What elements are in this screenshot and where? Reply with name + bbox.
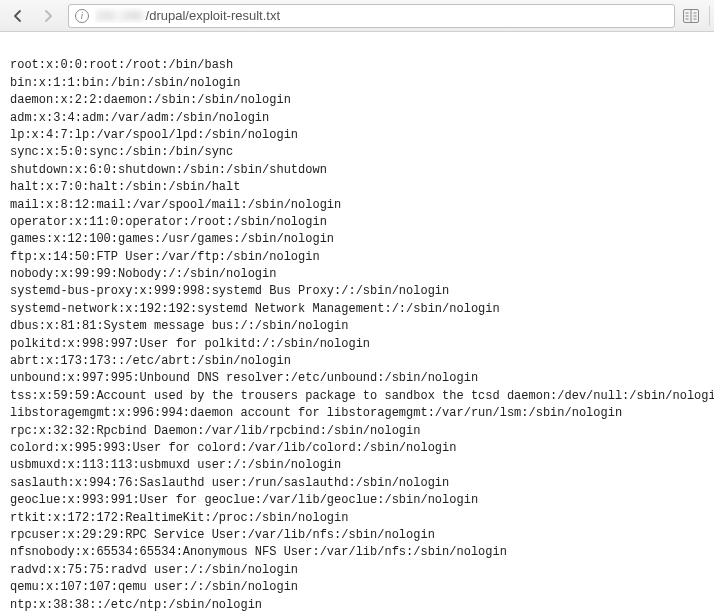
browser-toolbar: i 192.168./drupal/exploit-result.txt xyxy=(0,0,714,32)
passwd-line: radvd:x:75:75:radvd user:/:/sbin/nologin xyxy=(10,562,704,579)
passwd-line: rpcuser:x:29:29:RPC Service User:/var/li… xyxy=(10,527,704,544)
passwd-line: halt:x:7:0:halt:/sbin:/sbin/halt xyxy=(10,179,704,196)
passwd-line: lp:x:4:7:lp:/var/spool/lpd:/sbin/nologin xyxy=(10,127,704,144)
passwd-line: colord:x:995:993:User for colord:/var/li… xyxy=(10,440,704,457)
passwd-line: saslauth:x:994:76:Saslauthd user:/run/sa… xyxy=(10,475,704,492)
passwd-line: libstoragemgmt:x:996:994:daemon account … xyxy=(10,405,704,422)
passwd-line: games:x:12:100:games:/usr/games:/sbin/no… xyxy=(10,231,704,248)
passwd-line: ntp:x:38:38::/etc/ntp:/sbin/nologin xyxy=(10,597,704,614)
passwd-line: rtkit:x:172:172:RealtimeKit:/proc:/sbin/… xyxy=(10,510,704,527)
svg-rect-1 xyxy=(691,9,692,22)
site-info-icon[interactable]: i xyxy=(75,9,89,23)
arrow-right-icon xyxy=(41,9,55,23)
passwd-line: mail:x:8:12:mail:/var/spool/mail:/sbin/n… xyxy=(10,197,704,214)
passwd-line: root:x:0:0:root:/root:/bin/bash xyxy=(10,57,704,74)
passwd-line: shutdown:x:6:0:shutdown:/sbin:/sbin/shut… xyxy=(10,162,704,179)
passwd-line: nfsnobody:x:65534:65534:Anonymous NFS Us… xyxy=(10,544,704,561)
forward-button[interactable] xyxy=(34,4,62,28)
passwd-line: bin:x:1:1:bin:/bin:/sbin/nologin xyxy=(10,75,704,92)
passwd-line: qemu:x:107:107:qemu user:/:/sbin/nologin xyxy=(10,579,704,596)
passwd-line: usbmuxd:x:113:113:usbmuxd user:/:/sbin/n… xyxy=(10,457,704,474)
passwd-line: dbus:x:81:81:System message bus:/:/sbin/… xyxy=(10,318,704,335)
passwd-line: unbound:x:997:995:Unbound DNS resolver:/… xyxy=(10,370,704,387)
toolbar-divider xyxy=(709,6,710,26)
passwd-line: tss:x:59:59:Account used by the trousers… xyxy=(10,388,704,405)
passwd-line: nobody:x:99:99:Nobody:/:/sbin/nologin xyxy=(10,266,704,283)
passwd-line: adm:x:3:4:adm:/var/adm:/sbin/nologin xyxy=(10,110,704,127)
url-bar[interactable]: i 192.168./drupal/exploit-result.txt xyxy=(68,4,675,28)
passwd-line: polkitd:x:998:997:User for polkitd:/:/sb… xyxy=(10,336,704,353)
passwd-line: operator:x:11:0:operator:/root:/sbin/nol… xyxy=(10,214,704,231)
passwd-line: ftp:x:14:50:FTP User:/var/ftp:/sbin/nolo… xyxy=(10,249,704,266)
url-text: 192.168./drupal/exploit-result.txt xyxy=(95,8,280,23)
back-button[interactable] xyxy=(4,4,32,28)
passwd-line: rpc:x:32:32:Rpcbind Daemon:/var/lib/rpcb… xyxy=(10,423,704,440)
passwd-line: abrt:x:173:173::/etc/abrt:/sbin/nologin xyxy=(10,353,704,370)
arrow-left-icon xyxy=(11,9,25,23)
passwd-line: systemd-network:x:192:192:systemd Networ… xyxy=(10,301,704,318)
passwd-line: sync:x:5:0:sync:/sbin:/bin/sync xyxy=(10,144,704,161)
reader-mode-icon[interactable] xyxy=(681,6,701,26)
passwd-line: systemd-bus-proxy:x:999:998:systemd Bus … xyxy=(10,283,704,300)
passwd-line: daemon:x:2:2:daemon:/sbin:/sbin/nologin xyxy=(10,92,704,109)
passwd-line: geoclue:x:993:991:User for geoclue:/var/… xyxy=(10,492,704,509)
file-content: root:x:0:0:root:/root:/bin/bashbin:x:1:1… xyxy=(0,32,714,613)
